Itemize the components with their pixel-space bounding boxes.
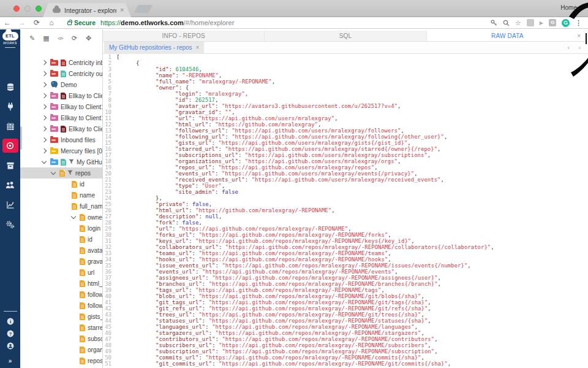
tree-node-owner[interactable]: owner	[20, 212, 103, 223]
tree-node-ellkay-to-client1-inbound-ord[interactable]: Ellkay to Client1 inbound ord	[20, 112, 103, 123]
tree-node-ellkay-to-client1-inboun[interactable]: Ellkay to Client1 inboun	[20, 123, 103, 134]
tab-sql[interactable]: SQL	[265, 31, 426, 41]
play-extension-icon[interactable]: ▶	[540, 20, 543, 26]
sidebar-item-statistics[interactable]	[2, 197, 18, 212]
tree-node-gists-url[interactable]: gists_url	[20, 311, 103, 322]
tree-node-login[interactable]: login	[20, 223, 103, 234]
edit-icon[interactable]: ✎	[28, 34, 36, 42]
move-icon[interactable]: ✥	[85, 34, 92, 42]
tree-node-url[interactable]: url	[20, 267, 103, 278]
chevron-down-icon[interactable]	[71, 213, 76, 218]
document-tab-close-icon[interactable]: ×	[196, 42, 200, 54]
chevron-right-icon[interactable]	[42, 71, 47, 76]
sidebar-item-database[interactable]	[2, 80, 18, 94]
tree-node-repos[interactable]: repos	[20, 167, 103, 178]
chevron-right-icon[interactable]	[42, 115, 47, 120]
code-line: 38"branches_url": "https://api.github.co…	[103, 281, 588, 287]
chevron-right-icon[interactable]	[42, 104, 47, 109]
tabbar-close-icon[interactable]: ×	[577, 31, 581, 42]
tab-info-repos[interactable]: INFO - REPOS	[103, 31, 265, 41]
sidebar-item-users[interactable]	[2, 178, 18, 192]
tree-node-centricity-outbound-ftp[interactable]: Centricity outbound ftp	[20, 68, 103, 79]
tree-node-organizations-url[interactable]: organizations_url	[20, 344, 103, 355]
browser-home-icon[interactable]: ⌂	[44, 18, 59, 27]
sidebar-item-collapse[interactable]: »	[9, 355, 12, 366]
tab-close-icon[interactable]: ×	[120, 7, 124, 13]
chevron-right-icon[interactable]	[42, 126, 47, 131]
new-tab-button[interactable]	[134, 5, 153, 13]
tree-scrollbar-thumb[interactable]	[20, 126, 22, 150]
url-host[interactable]: demo.etlworks.com	[121, 19, 184, 26]
secure-label[interactable]: Secure	[74, 19, 96, 26]
tree-node-ellkay-to-client1-inbound-ord[interactable]: Ellkay to Client1 inbound ord	[20, 101, 103, 112]
reload-icon[interactable]: ⟳	[29, 18, 44, 27]
tree-node-ellkay-to-client1-inboun[interactable]: Ellkay to Client1 inboun	[20, 90, 103, 101]
tree-node-inbound-files[interactable]: Inbound files	[20, 134, 103, 145]
browser-menu-icon[interactable]: ⋮	[575, 19, 582, 27]
tree-node-label: starred_url	[88, 324, 103, 331]
grid-icon[interactable]: ▦	[42, 34, 50, 42]
code-icon[interactable]: </>	[56, 36, 64, 41]
chevron-right-icon[interactable]	[42, 137, 47, 142]
tree-node-subscriptions-url[interactable]: subscriptions_url	[20, 333, 103, 344]
chevron-right-icon[interactable]	[42, 93, 47, 98]
tree-node-following-url[interactable]: following_url	[20, 300, 103, 311]
sidebar-item-storage-box[interactable]	[2, 158, 18, 172]
browser-tab[interactable]: Integrator - explorer ×	[43, 3, 131, 17]
tree-node-html-url[interactable]: html_url	[20, 278, 103, 289]
tree-node-avatar-url[interactable]: avatar_url	[20, 245, 103, 256]
tree-node-centricity-inbound-ftp[interactable]: Centricity inbound ftp	[20, 57, 103, 68]
g-extension-icon[interactable]: G	[549, 19, 556, 26]
tree-node-followers-url[interactable]: followers_url	[20, 289, 103, 300]
folder-amber-icon	[50, 148, 58, 154]
tree-node-name[interactable]: name	[20, 190, 103, 201]
tree-node-gravatar-id[interactable]: gravatar_id	[20, 256, 103, 267]
sidebar-item-explorer-target[interactable]	[2, 139, 18, 153]
chevron-right-icon[interactable]	[42, 60, 47, 65]
grammarly-icon[interactable]: G	[562, 19, 570, 27]
tree-node-full-name[interactable]: full_name	[20, 201, 103, 212]
file-darkred-icon	[61, 93, 66, 99]
sidebar-item-integrations[interactable]	[2, 99, 18, 113]
forward-icon[interactable]: →	[15, 18, 29, 27]
explorer-tree-panel: ✎▦</>⟳✥ Centricity inbound ftpCentricity…	[20, 29, 103, 368]
code-line: 48"subscribers_url": "https://api.github…	[103, 342, 588, 348]
sidebar-item-calendar[interactable]	[2, 119, 18, 133]
zoom-window-button[interactable]	[36, 6, 42, 12]
tree-node-repos-url[interactable]: repos_url	[20, 355, 103, 366]
tree-node-demo[interactable]: Demo	[20, 79, 103, 90]
tab-raw-data[interactable]: RAW DATA	[427, 31, 588, 41]
document-tab[interactable]: My GitHub repositories - repos ×	[104, 42, 204, 54]
bookmark-star-icon[interactable]: ☆	[515, 19, 521, 27]
folder-pink-icon	[50, 115, 58, 121]
tab-scroll-arrows[interactable]: ‹ ›	[568, 42, 584, 54]
refresh-icon[interactable]: ⟳	[70, 34, 78, 42]
close-window-button[interactable]	[13, 6, 20, 12]
extension-icon[interactable]	[527, 19, 534, 26]
url-scheme[interactable]: https://	[100, 19, 121, 26]
chevron-right-icon[interactable]	[42, 148, 47, 153]
tree-node-my-github-reposito[interactable]: My GitHub reposito	[20, 156, 103, 167]
line-number: 25	[103, 201, 116, 207]
sidebar-item-account[interactable]	[7, 342, 14, 350]
tree-node-mercury-files-04-29-2017-12[interactable]: Mercury files [04-29-2017_12	[20, 145, 103, 156]
raw-data-editor[interactable]: 1[2{3"id": 6104546,4"name": "-REPONAME",…	[103, 54, 588, 368]
sidebar-item-info[interactable]: i	[7, 318, 14, 325]
url-path[interactable]: /#/home/explorer	[184, 19, 235, 26]
tree-node-starred-url[interactable]: starred_url	[20, 322, 103, 333]
key-icon[interactable]	[491, 20, 497, 26]
chevron-down-icon[interactable]	[42, 158, 47, 163]
tree-node-id[interactable]: id	[20, 178, 103, 190]
minimize-window-button[interactable]	[24, 6, 31, 12]
tree-node-label: id	[88, 236, 92, 243]
tree-node-id[interactable]: id	[20, 234, 103, 245]
code-text: "commits_url": "https://api.github.com/r…	[116, 355, 424, 361]
code-line: 17"subscriptions_url": "https://api.gith…	[103, 152, 588, 158]
zoom-search-icon[interactable]	[503, 20, 510, 26]
back-icon[interactable]: ←	[0, 18, 15, 27]
sidebar-item-settings-gears[interactable]	[2, 217, 18, 231]
sidebar-item-help[interactable]: ?	[7, 330, 14, 337]
chevron-down-icon[interactable]	[51, 169, 56, 174]
chevron-right-icon[interactable]	[42, 82, 47, 87]
code-text: "repos_url": "https://api.github.com/use…	[116, 164, 378, 171]
